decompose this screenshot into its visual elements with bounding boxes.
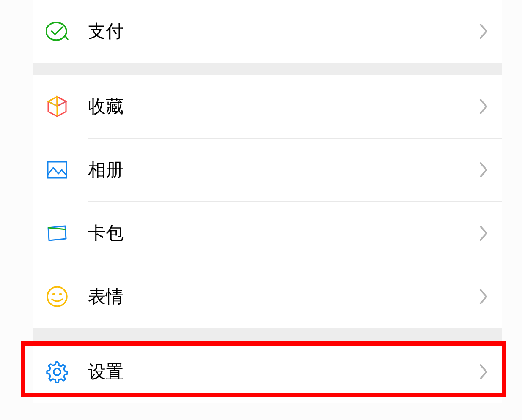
chevron-right-icon [479,23,489,40]
settings-gear-icon [46,360,69,383]
group-separator [33,63,502,75]
chevron-right-icon [479,288,489,305]
menu-item-label: 设置 [88,360,479,384]
svg-rect-1 [48,162,66,178]
svg-point-4 [59,293,62,295]
favorites-cube-icon [46,95,69,118]
sticker-smiley-icon [46,285,69,308]
menu-item-album[interactable]: 相册 [33,139,502,201]
menu-item-cards[interactable]: 卡包 [33,202,502,265]
menu-item-label: 相册 [88,158,479,182]
menu-item-favorites[interactable]: 收藏 [33,75,502,138]
album-photo-icon [46,158,69,181]
menu-group-settings: 设置 [33,341,502,403]
wechat-pay-icon [46,20,69,43]
menu-group-pay: 支付 [33,0,502,63]
chevron-right-icon [479,225,489,242]
menu-item-label: 表情 [88,285,479,308]
menu-item-label: 卡包 [88,221,479,245]
cards-wallet-icon [46,222,69,245]
menu-item-label: 收藏 [88,95,479,118]
svg-point-2 [47,287,67,306]
chevron-right-icon [479,363,489,380]
menu-item-stickers[interactable]: 表情 [33,265,502,328]
menu-item-pay[interactable]: 支付 [33,0,502,63]
group-separator [33,328,502,341]
svg-point-5 [54,368,60,375]
svg-point-3 [52,293,55,295]
svg-point-0 [46,22,66,40]
menu-container: 支付 收藏 [0,0,522,403]
menu-item-label: 支付 [88,19,479,43]
menu-item-settings[interactable]: 设置 [33,341,502,403]
chevron-right-icon [479,161,489,178]
chevron-right-icon [479,98,489,115]
menu-group-content: 收藏 相册 [33,75,502,328]
